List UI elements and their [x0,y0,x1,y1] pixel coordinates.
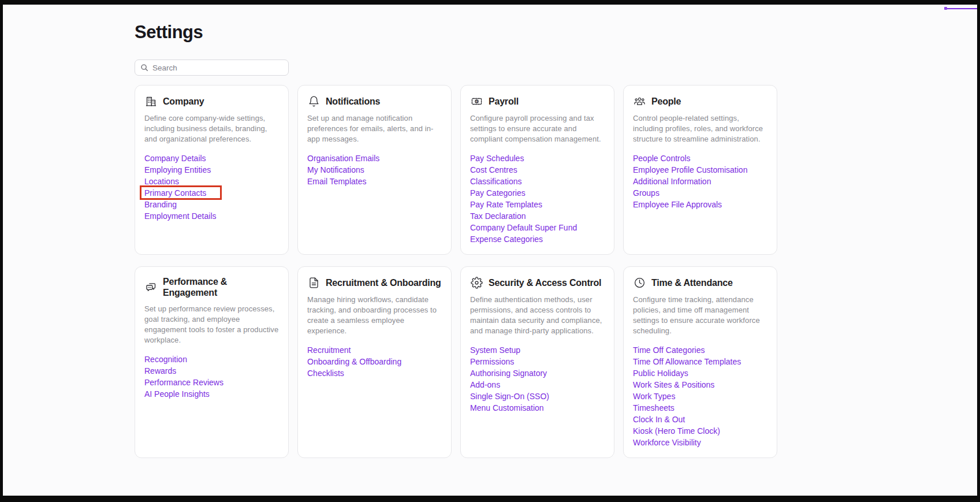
card-title: Security & Access Control [489,277,601,288]
document-icon [307,276,320,289]
settings-link-additional-information[interactable]: Additional Information [633,176,711,187]
clock-icon [633,276,646,289]
top-right-progress-line [943,7,977,12]
highlight-box [140,185,222,200]
card-links: Company DetailsEmploying EntitiesLocatio… [144,153,279,222]
bell-icon [307,95,320,107]
settings-link-rewards[interactable]: Rewards [144,365,176,377]
card-title: People [651,96,681,107]
settings-link-public-holidays[interactable]: Public Holidays [633,367,688,379]
card-description: Define authentication methods, user perm… [470,295,605,336]
card-title: Performance & Engagement [163,276,279,298]
settings-link-employee-profile-customisation[interactable]: Employee Profile Customisation [633,164,747,176]
settings-link-clock-in-out[interactable]: Clock In & Out [633,414,685,425]
card-header: People [633,95,767,107]
settings-page: Settings CompanyDefine core company-wide… [135,5,777,458]
settings-card-people: PeopleControl people-related settings, i… [623,85,777,255]
card-description: Set up performance review processes, goa… [144,304,279,345]
card-links: Pay SchedulesCost CentresClassifications… [470,153,605,245]
settings-card-notifications: NotificationsSet up and manage notificat… [297,85,452,255]
settings-link-time-off-categories[interactable]: Time Off Categories [633,344,705,356]
card-description: Define core company-wide settings, inclu… [144,113,279,144]
settings-link-kiosk-hero-time-clock[interactable]: Kiosk (Hero Time Clock) [633,425,720,437]
settings-link-performance-reviews[interactable]: Performance Reviews [144,377,223,388]
settings-link-employment-details[interactable]: Employment Details [144,210,217,222]
progress-line [947,8,977,9]
card-description: Configure time tracking, attendance poli… [633,295,767,336]
gear-icon [470,276,483,289]
settings-link-branding[interactable]: Branding [144,199,177,210]
search-box[interactable] [135,60,289,76]
banknote-icon: $ [470,95,483,107]
settings-link-locations[interactable]: Locations [144,176,179,187]
card-links: People ControlsEmployee Profile Customis… [633,153,767,210]
card-header: Time & Attendance [633,276,767,289]
svg-text:$: $ [476,100,478,103]
settings-card-performance-engagement: Performance & EngagementSet up performan… [135,266,289,458]
settings-link-add-ons[interactable]: Add-ons [470,379,500,391]
settings-link-recruitment[interactable]: Recruitment [307,344,351,356]
card-links: Time Off CategoriesTime Off Allowance Te… [633,344,767,448]
card-links: RecruitmentOnboarding & OffboardingCheck… [307,344,442,379]
card-title: Company [163,96,204,107]
settings-link-menu-customisation[interactable]: Menu Customisation [470,402,544,414]
settings-grid: CompanyDefine core company-wide settings… [135,85,777,458]
settings-link-my-notifications[interactable]: My Notifications [307,164,364,176]
settings-link-pay-rate-templates[interactable]: Pay Rate Templates [470,199,542,210]
card-description: Set up and manage notification preferenc… [307,113,442,144]
card-header: Recruitment & Onboarding [307,276,442,289]
settings-link-timesheets[interactable]: Timesheets [633,402,675,414]
card-links: Organisation EmailsMy NotificationsEmail… [307,153,442,187]
settings-link-workforce-visibility[interactable]: Workforce Visibility [633,437,701,448]
card-links: System SetupPermissionsAuthorising Signa… [470,344,605,414]
settings-link-company-default-super-fund[interactable]: Company Default Super Fund [470,222,577,233]
card-links: RecognitionRewardsPerformance ReviewsAI … [144,354,279,400]
settings-link-pay-categories[interactable]: Pay Categories [470,187,526,199]
settings-link-employing-entities[interactable]: Employing Entities [144,164,211,176]
settings-link-employee-file-approvals[interactable]: Employee File Approvals [633,199,722,210]
card-header: Company [144,95,279,107]
settings-card-payroll: $PayrollConfigure payroll processing and… [460,85,614,255]
settings-link-pay-schedules[interactable]: Pay Schedules [470,153,524,164]
settings-link-checklists[interactable]: Checklists [307,367,344,379]
settings-link-company-details[interactable]: Company Details [144,153,206,164]
settings-link-authorising-signatory[interactable]: Authorising Signatory [470,367,547,379]
settings-link-tax-declaration[interactable]: Tax Declaration [470,210,526,222]
settings-link-time-off-allowance-templates[interactable]: Time Off Allowance Templates [633,356,741,367]
settings-link-work-sites-positions[interactable]: Work Sites & Positions [633,379,714,391]
people-icon [633,95,646,107]
settings-link-work-types[interactable]: Work Types [633,391,675,402]
card-header: $Payroll [470,95,605,107]
settings-card-company: CompanyDefine core company-wide settings… [135,85,289,255]
settings-link-organisation-emails[interactable]: Organisation Emails [307,153,379,164]
settings-link-permissions[interactable]: Permissions [470,356,514,367]
search-icon [140,64,148,72]
card-title: Payroll [489,96,519,107]
settings-card-security-access-control: Security & Access ControlDefine authenti… [460,266,614,458]
card-header: Security & Access Control [470,276,605,289]
chat-bubbles-icon [144,281,157,293]
settings-card-recruitment-onboarding: Recruitment & OnboardingManage hiring wo… [297,266,452,458]
search-input[interactable] [152,64,283,72]
settings-link-primary-contacts[interactable]: Primary Contacts [144,187,206,199]
card-title: Recruitment & Onboarding [326,277,441,288]
settings-link-classifications[interactable]: Classifications [470,176,521,187]
card-description: Manage hiring workflows, candidate track… [307,295,442,336]
card-header: Performance & Engagement [144,276,279,298]
settings-link-email-templates[interactable]: Email Templates [307,176,366,187]
settings-link-onboarding-offboarding[interactable]: Onboarding & Offboarding [307,356,401,367]
settings-link-single-sign-on-sso[interactable]: Single Sign-On (SSO) [470,391,549,402]
card-header: Notifications [307,95,442,107]
settings-link-groups[interactable]: Groups [633,187,659,199]
settings-link-expense-categories[interactable]: Expense Categories [470,233,543,245]
settings-link-ai-people-insights[interactable]: AI People Insights [144,388,210,400]
settings-link-people-controls[interactable]: People Controls [633,153,691,164]
settings-link-system-setup[interactable]: System Setup [470,344,520,356]
app-window: Settings CompanyDefine core company-wide… [3,5,977,496]
settings-link-recognition[interactable]: Recognition [144,354,187,365]
settings-link-cost-centres[interactable]: Cost Centres [470,164,517,176]
settings-card-time-attendance: Time & AttendanceConfigure time tracking… [623,266,777,458]
card-description: Configure payroll processing and tax set… [470,113,605,144]
card-title: Notifications [326,96,380,107]
card-description: Control people-related settings, includi… [633,113,767,144]
